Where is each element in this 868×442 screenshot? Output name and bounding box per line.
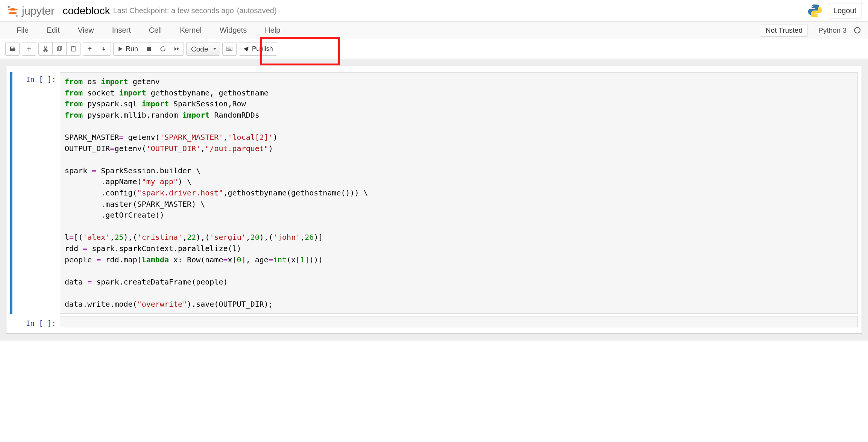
svg-rect-13	[231, 48, 231, 48]
jupyter-icon	[6, 4, 20, 18]
notebook-header: jupyter codeblock Last Checkpoint: a few…	[0, 0, 868, 22]
menubar: File Edit View Insert Cell Kernel Widget…	[0, 22, 868, 39]
notebook-content: In [ ]: from os import getenv from socke…	[0, 59, 868, 341]
code-input[interactable]	[60, 316, 858, 327]
svg-rect-15	[228, 48, 229, 49]
paste-button[interactable]	[66, 42, 80, 56]
checkpoint-text: Last Checkpoint: a few seconds ago	[113, 6, 234, 15]
jupyter-logo[interactable]: jupyter	[6, 4, 55, 18]
toolbar: Run Code Publish	[0, 39, 868, 59]
code-input[interactable]: from os import getenv from socket import…	[60, 72, 858, 314]
notebook-name[interactable]: codeblock	[63, 5, 110, 17]
svg-rect-19	[228, 50, 231, 50]
interrupt-button[interactable]	[142, 42, 156, 56]
cell-prompt: In [ ]:	[12, 316, 60, 327]
svg-rect-16	[229, 48, 229, 49]
publish-button[interactable]: Publish	[239, 42, 277, 56]
cut-button[interactable]	[38, 42, 53, 56]
save-icon	[9, 46, 15, 52]
copy-button[interactable]	[52, 42, 67, 56]
menu-cell[interactable]: Cell	[140, 22, 171, 38]
logout-button[interactable]: Logout	[828, 3, 862, 18]
code-cell[interactable]: In [ ]:	[10, 316, 858, 327]
svg-rect-7	[147, 47, 151, 51]
autosave-text: (autosaved)	[237, 6, 277, 15]
svg-rect-18	[231, 48, 231, 49]
celltype-select[interactable]: Code	[186, 42, 220, 56]
kernel-name[interactable]: Python 3	[818, 26, 847, 35]
svg-rect-10	[228, 48, 229, 48]
svg-rect-6	[118, 47, 118, 51]
menu-kernel[interactable]: Kernel	[171, 22, 211, 38]
svg-rect-14	[227, 48, 228, 49]
menu-insert[interactable]: Insert	[103, 22, 140, 38]
svg-point-0	[8, 6, 10, 8]
scissors-icon	[42, 46, 49, 52]
keyboard-icon	[226, 46, 232, 52]
svg-point-1	[16, 15, 18, 17]
stop-icon	[146, 46, 152, 52]
kernel-indicator-icon	[854, 27, 860, 33]
run-button[interactable]: Run	[113, 42, 142, 56]
svg-rect-17	[230, 48, 231, 49]
not-trusted-badge[interactable]: Not Trusted	[761, 24, 807, 37]
restart-button[interactable]	[156, 42, 170, 56]
menu-widgets[interactable]: Widgets	[211, 22, 256, 38]
restart-run-all-button[interactable]	[170, 42, 184, 56]
notebook-container: In [ ]: from os import getenv from socke…	[6, 66, 862, 334]
menu-view[interactable]: View	[69, 22, 103, 38]
save-button[interactable]	[5, 42, 20, 56]
move-down-button[interactable]	[97, 42, 111, 56]
code-cell[interactable]: In [ ]: from os import getenv from socke…	[10, 72, 858, 314]
svg-rect-9	[227, 48, 228, 48]
move-up-button[interactable]	[83, 42, 97, 56]
svg-rect-11	[229, 48, 229, 48]
paper-plane-icon	[243, 46, 249, 52]
command-palette-button[interactable]	[222, 42, 237, 56]
arrow-up-icon	[87, 46, 93, 52]
plus-icon	[26, 46, 32, 52]
restart-icon	[160, 46, 166, 52]
jupyter-logo-text: jupyter	[22, 5, 55, 17]
menu-file[interactable]: File	[8, 22, 38, 38]
menu-help[interactable]: Help	[256, 22, 289, 38]
insert-cell-button[interactable]	[22, 42, 36, 56]
svg-rect-12	[230, 48, 231, 48]
menu-edit[interactable]: Edit	[38, 22, 68, 38]
run-icon	[117, 46, 123, 52]
divider	[813, 26, 813, 35]
copy-icon	[56, 46, 62, 52]
svg-rect-5	[73, 46, 74, 47]
paste-icon	[70, 46, 76, 52]
arrow-down-icon	[101, 46, 107, 52]
cell-prompt: In [ ]:	[12, 72, 60, 314]
fast-forward-icon	[174, 46, 180, 52]
python-icon	[807, 3, 822, 18]
